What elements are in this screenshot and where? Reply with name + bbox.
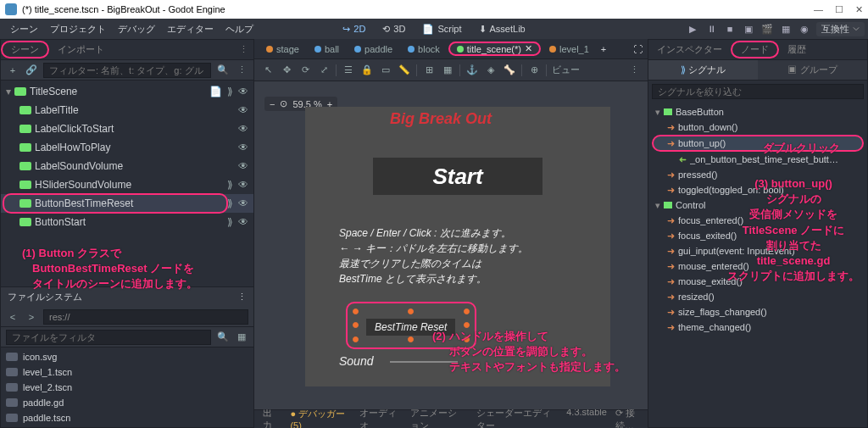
- ruler-icon[interactable]: 📏: [398, 64, 411, 75]
- zoom-out-icon[interactable]: −: [270, 99, 275, 109]
- signal-class[interactable]: ▾ Control: [652, 197, 864, 213]
- tab-debugger[interactable]: ● デバッガー (5): [290, 408, 348, 428]
- group-icon[interactable]: ▭: [379, 64, 392, 75]
- rotate-tool-icon[interactable]: ⟳: [298, 64, 312, 75]
- lock-icon[interactable]: 🔒: [360, 64, 374, 75]
- tab-history[interactable]: 履歴: [779, 41, 815, 58]
- signal-filter-input[interactable]: [652, 84, 864, 99]
- remote-icon[interactable]: ▣: [742, 23, 755, 35]
- tree-node-selected[interactable]: ButtonBestTimeReset ⟫👁: [1, 194, 253, 213]
- signal-item[interactable]: ➜resized(): [652, 289, 864, 304]
- expand-icon[interactable]: ⛶: [633, 44, 643, 54]
- script-icon[interactable]: 📄: [209, 86, 222, 97]
- fs-item[interactable]: level_1.tscn: [6, 364, 248, 380]
- move-tool-icon[interactable]: ✥: [280, 64, 293, 75]
- more-icon[interactable]: ⋮: [627, 64, 641, 75]
- play-custom-icon[interactable]: ▦: [779, 23, 793, 35]
- signal-class[interactable]: ▾ BaseButton: [652, 104, 864, 120]
- fwd-icon[interactable]: >: [25, 312, 38, 322]
- link-icon[interactable]: 🔗: [25, 64, 38, 75]
- tree-node[interactable]: HSliderSoundVolume⟫👁: [1, 175, 253, 194]
- grid-icon[interactable]: ▦: [235, 331, 248, 342]
- signal-item[interactable]: ➜button_down(): [652, 120, 864, 135]
- scale-tool-icon[interactable]: ⤢: [317, 64, 331, 75]
- tab-node[interactable]: ノード: [731, 41, 779, 58]
- center-icon[interactable]: ⊕: [527, 64, 541, 75]
- stop-icon[interactable]: ■: [723, 23, 737, 35]
- search-icon[interactable]: 🔍: [216, 331, 230, 342]
- back-icon[interactable]: <: [6, 312, 19, 322]
- menu-scene[interactable]: シーン: [10, 23, 38, 36]
- signal-item[interactable]: ➜focus_exited(): [652, 228, 864, 243]
- tab-output[interactable]: 出力: [263, 407, 278, 429]
- scene-tab-active[interactable]: title_scene(*) ✕: [448, 42, 541, 56]
- tab-import[interactable]: インポート: [49, 41, 113, 58]
- tab-animation[interactable]: アニメーション: [410, 407, 465, 429]
- anchor-icon[interactable]: ⚓: [465, 64, 479, 75]
- search-icon[interactable]: 🔍: [216, 64, 230, 75]
- mode-script[interactable]: 📄 Script: [415, 22, 468, 36]
- window-minimize[interactable]: —: [814, 4, 823, 15]
- close-icon[interactable]: ✕: [525, 43, 532, 54]
- subtab-signal[interactable]: ⟫ シグナル: [648, 60, 758, 80]
- signal-item[interactable]: ➜toggled(toggled_on: bool): [652, 182, 864, 197]
- tab-audio[interactable]: オーディオ: [359, 407, 398, 429]
- tree-node[interactable]: ButtonStart⟫👁: [1, 213, 253, 231]
- viewport-2d[interactable]: − ⊙ 59.5 % + Big Break Out Start Space /…: [254, 81, 648, 409]
- panel-menu-icon[interactable]: ⋮: [239, 44, 253, 55]
- signal-item[interactable]: ➜size_flags_changed(): [652, 304, 864, 320]
- fs-item[interactable]: paddle.gd: [6, 395, 248, 410]
- signal-item[interactable]: ➜theme_changed(): [652, 320, 864, 335]
- fs-item[interactable]: icon.svg: [6, 349, 248, 364]
- menu-project[interactable]: プロジェクト: [50, 23, 106, 36]
- grid-snap-icon[interactable]: ▦: [441, 64, 454, 75]
- scene-tab[interactable]: ball: [308, 42, 346, 56]
- signal-item-selected[interactable]: ➜button_up(): [652, 135, 864, 152]
- select-tool-icon[interactable]: ↖: [261, 64, 275, 75]
- pause-icon[interactable]: ⏸: [704, 23, 718, 35]
- movie-icon[interactable]: ◉: [798, 23, 811, 35]
- scene-filter-input[interactable]: [43, 63, 211, 78]
- window-maximize[interactable]: ☐: [835, 4, 843, 15]
- add-tab-icon[interactable]: +: [601, 44, 606, 54]
- signal-item[interactable]: ➜mouse_entered(): [652, 258, 864, 274]
- scene-tab[interactable]: stage: [259, 42, 306, 56]
- tab-scene[interactable]: シーン: [1, 41, 49, 58]
- tab-inspector[interactable]: インスペクター: [648, 41, 731, 58]
- skeleton-icon[interactable]: 🦴: [503, 64, 516, 75]
- sync-status[interactable]: ⟳ 接続…: [615, 407, 639, 429]
- subtab-group[interactable]: ▣ グループ: [758, 60, 867, 80]
- list-icon[interactable]: ☰: [342, 64, 355, 75]
- mode-assetlib[interactable]: ⬇ AssetLib: [472, 22, 532, 36]
- add-node-icon[interactable]: +: [6, 65, 19, 75]
- scene-tab[interactable]: level_1: [542, 42, 596, 56]
- window-close[interactable]: ✕: [855, 4, 863, 15]
- tree-node-root[interactable]: ▾ TitleScene 📄⟫👁: [1, 82, 253, 101]
- fs-filter-input[interactable]: [6, 330, 211, 345]
- fs-item[interactable]: level_2.tscn: [6, 380, 248, 395]
- tab-shader[interactable]: シェーダーエディター: [476, 407, 554, 429]
- pivot-icon[interactable]: ◈: [484, 64, 498, 75]
- tree-node[interactable]: LabelClickToStart👁: [1, 120, 253, 138]
- menu-help[interactable]: ヘルプ: [225, 23, 253, 36]
- play-icon[interactable]: ▶: [686, 23, 699, 35]
- signal-item[interactable]: ➜focus_entered(): [652, 213, 864, 228]
- fs-path-input[interactable]: [43, 309, 248, 325]
- scene-tab[interactable]: block: [401, 42, 447, 56]
- play-scene-icon[interactable]: 🎬: [760, 23, 774, 35]
- menu-editor[interactable]: エディター: [167, 23, 214, 36]
- mode-2d[interactable]: ↪ 2D: [336, 22, 372, 36]
- scene-tab[interactable]: paddle: [348, 42, 399, 56]
- signal-item[interactable]: ➜pressed(): [652, 167, 864, 182]
- selection-handles[interactable]: [356, 312, 466, 339]
- view-dropdown[interactable]: ビュー: [552, 64, 580, 76]
- visibility-icon[interactable]: 👁: [238, 86, 248, 97]
- signal-item[interactable]: ➜gui_input(event: InputEvent): [652, 243, 864, 258]
- signal-connection[interactable]: ➜_on_button_best_time_reset_butt…: [652, 152, 864, 167]
- snap-icon[interactable]: ⊞: [422, 64, 436, 75]
- mode-3d[interactable]: ⟲ 3D: [376, 22, 412, 36]
- more-icon[interactable]: ⋮: [235, 64, 248, 75]
- signal-item[interactable]: ➜mouse_exited(): [652, 274, 864, 289]
- renderer-dropdown[interactable]: 互換性: [816, 22, 865, 36]
- tree-node[interactable]: LabelHowToPlay👁: [1, 138, 253, 157]
